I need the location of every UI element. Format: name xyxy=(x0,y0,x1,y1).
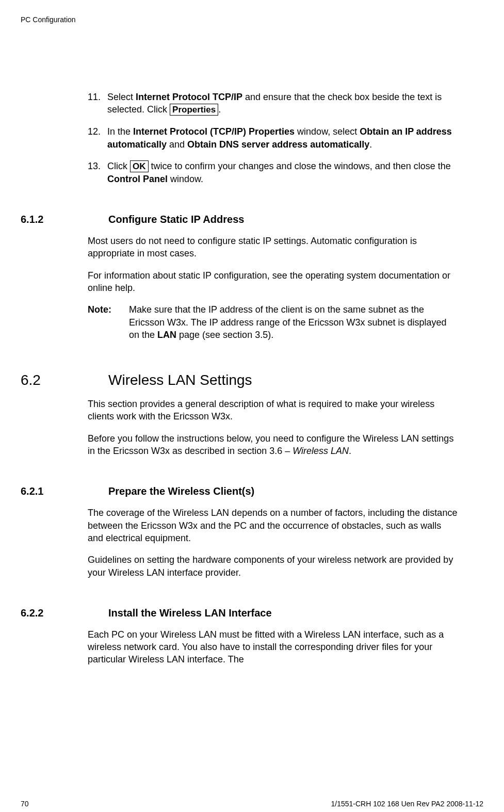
section-title: Install the Wireless LAN Interface xyxy=(108,607,272,619)
text: Before you follow the instructions below… xyxy=(88,433,453,456)
section-number: 6.2.1 xyxy=(21,485,108,497)
bold-text: LAN xyxy=(157,330,176,340)
note: Note: Make sure that the IP address of t… xyxy=(88,303,459,341)
text: Click xyxy=(107,161,130,171)
step-number: 13. xyxy=(88,160,107,185)
main-content: 11. Select Internet Protocol TCP/IP and … xyxy=(88,91,459,666)
page-header: PC Configuration xyxy=(21,15,473,24)
step-11: 11. Select Internet Protocol TCP/IP and … xyxy=(88,91,459,116)
paragraph: Guidelines on setting the hardware compo… xyxy=(88,554,459,579)
note-body: Make sure that the IP address of the cli… xyxy=(129,303,459,341)
bold-text: Internet Protocol TCP/IP xyxy=(136,92,242,102)
step-body: In the Internet Protocol (TCP/IP) Proper… xyxy=(107,125,459,151)
section-title: Wireless LAN Settings xyxy=(108,372,252,388)
step-12: 12. In the Internet Protocol (TCP/IP) Pr… xyxy=(88,125,459,151)
section-number: 6.2.2 xyxy=(21,607,108,619)
step-number: 12. xyxy=(88,125,107,151)
page-number: 70 xyxy=(21,800,29,808)
text: page (see section 3.5). xyxy=(176,330,273,340)
section-number: 6.1.2 xyxy=(21,214,108,225)
paragraph: Most users do not need to configure stat… xyxy=(88,235,459,260)
step-number: 11. xyxy=(88,91,107,116)
document-id: 1/1551-CRH 102 168 Uen Rev PA2 2008-11-1… xyxy=(331,800,483,808)
bold-text: Control Panel xyxy=(107,174,168,184)
paragraph: Before you follow the instructions below… xyxy=(88,432,459,458)
text: window. xyxy=(168,174,203,184)
paragraph: The coverage of the Wireless LAN depends… xyxy=(88,507,459,544)
text: . xyxy=(218,104,221,115)
ok-button-label: OK xyxy=(130,160,149,172)
section-6-1-2-heading: 6.1.2 Configure Static IP Address xyxy=(88,214,459,225)
section-6-2-heading: 6.2 Wireless LAN Settings xyxy=(88,372,459,388)
text: . xyxy=(349,446,351,456)
section-6-2-1-heading: 6.2.1 Prepare the Wireless Client(s) xyxy=(88,485,459,497)
section-title: Configure Static IP Address xyxy=(108,214,244,225)
text: and xyxy=(167,139,187,150)
text: twice to confirm your changes and close … xyxy=(149,161,451,171)
paragraph: Each PC on your Wireless LAN must be fit… xyxy=(88,628,459,666)
paragraph: This section provides a general descript… xyxy=(88,398,459,423)
text: In the xyxy=(107,126,133,137)
bold-text: Obtain DNS server address automatically xyxy=(187,139,369,150)
italic-text: Wireless LAN xyxy=(292,446,349,456)
text: Select xyxy=(107,92,136,102)
section-6-2-2-heading: 6.2.2 Install the Wireless LAN Interface xyxy=(88,607,459,619)
properties-button-label: Properties xyxy=(170,104,218,116)
text: . xyxy=(369,139,372,150)
step-body: Select Internet Protocol TCP/IP and ensu… xyxy=(107,91,459,116)
section-title: Prepare the Wireless Client(s) xyxy=(108,485,254,497)
note-label: Note: xyxy=(88,303,129,341)
text: window, select xyxy=(295,126,360,137)
section-number: 6.2 xyxy=(21,372,108,388)
page-footer: 70 1/1551-CRH 102 168 Uen Rev PA2 2008-1… xyxy=(21,800,483,808)
paragraph: For information about static IP configur… xyxy=(88,269,459,295)
bold-text: Internet Protocol (TCP/IP) Properties xyxy=(133,126,295,137)
step-13: 13. Click OK twice to confirm your chang… xyxy=(88,160,459,185)
step-body: Click OK twice to confirm your changes a… xyxy=(107,160,459,185)
